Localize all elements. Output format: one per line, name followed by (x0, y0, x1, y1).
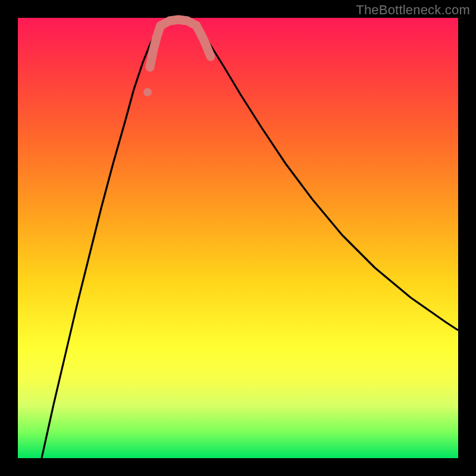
watermark-text: TheBottleneck.com (356, 2, 470, 18)
bottleneck-curve-right (196, 26, 458, 330)
curve-layer (42, 20, 458, 458)
chart-stage: TheBottleneck.com (0, 0, 476, 476)
plot-area (18, 18, 458, 458)
marker-band-floor (161, 20, 196, 26)
marker-band-left (150, 26, 161, 67)
marker-dot (143, 88, 152, 96)
curve-svg (18, 18, 458, 458)
marker-band-right (196, 26, 211, 57)
bottleneck-curve-left (42, 26, 161, 458)
